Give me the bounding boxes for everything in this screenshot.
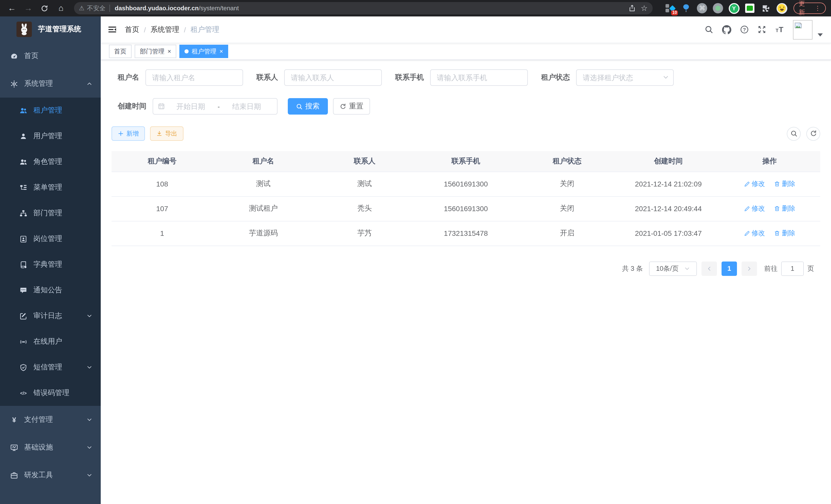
delete-button[interactable]: 删除: [774, 229, 795, 238]
extension-badge: 10: [671, 10, 678, 16]
chevron-right-icon: [746, 265, 752, 271]
browser-toolbar: ← → ⌂ ⚠ 不安全 dashboard.yudao.iocoder.cn/s…: [0, 0, 831, 17]
github-icon[interactable]: [722, 25, 731, 34]
browser-menu-icon[interactable]: ⋮: [814, 5, 821, 12]
badge-icon: [20, 235, 27, 243]
download-icon: [156, 130, 163, 137]
toggle-search-button[interactable]: [787, 127, 801, 141]
sidebar-logo[interactable]: 芋道管理系统: [0, 17, 101, 42]
extension-balloon-icon[interactable]: [681, 3, 692, 14]
share-icon[interactable]: [629, 5, 636, 12]
dashboard-icon: [10, 52, 18, 60]
refresh-table-button[interactable]: [806, 127, 820, 141]
extension-record-icon[interactable]: [712, 3, 724, 14]
tree-icon: [20, 184, 27, 191]
extension-command-icon[interactable]: ⌘: [696, 3, 708, 14]
edit-button[interactable]: 修改: [744, 229, 765, 238]
browser-forward-button[interactable]: →: [22, 2, 35, 15]
search-button[interactable]: 搜索: [288, 98, 328, 115]
sidebar-item-error-code-management[interactable]: 错误码管理: [0, 380, 101, 406]
col-mobile: 联系手机: [415, 151, 516, 172]
top-navbar: 首页 / 系统管理 / 租户管理: [101, 17, 831, 43]
search-icon[interactable]: [705, 25, 713, 34]
end-date-input[interactable]: [221, 102, 273, 111]
sidebar-item-dept-management[interactable]: 部门管理: [0, 200, 101, 226]
sidebar-item-menu-management[interactable]: 菜单管理: [0, 175, 101, 200]
sidebar-item-audit-log[interactable]: 审计日志: [0, 303, 101, 329]
browser-home-button[interactable]: ⌂: [54, 2, 67, 15]
edit-button[interactable]: 修改: [744, 179, 765, 188]
col-created-at: 创建时间: [618, 151, 719, 172]
page-size-select[interactable]: 10条/页: [649, 261, 697, 276]
sidebar-item-system-management[interactable]: 系统管理: [0, 70, 101, 98]
page-1-button[interactable]: 1: [721, 261, 737, 276]
breadcrumb-home[interactable]: 首页: [125, 25, 139, 34]
mobile-input[interactable]: [430, 69, 528, 86]
sidebar-item-infrastructure[interactable]: 基础设施: [0, 434, 101, 462]
security-warning-icon[interactable]: ⚠: [79, 5, 85, 12]
status-select[interactable]: [576, 69, 674, 86]
sidebar-item-pay-management[interactable]: 支付管理: [0, 406, 101, 434]
extension-emoji-icon[interactable]: [776, 3, 787, 14]
sidebar-item-dict-management[interactable]: 字典管理: [0, 252, 101, 277]
sidebar-item-dev-tools[interactable]: 研发工具: [0, 462, 101, 489]
sidebar-item-role-management[interactable]: 角色管理: [0, 149, 101, 175]
close-icon[interactable]: ×: [220, 48, 223, 55]
sidebar-item-user-management[interactable]: 用户管理: [0, 123, 101, 149]
edit-button[interactable]: 修改: [744, 204, 765, 213]
goto-page-input[interactable]: [781, 261, 804, 276]
address-bar[interactable]: ⚠ 不安全 dashboard.yudao.iocoder.cn/system/…: [74, 2, 653, 14]
sidebar-item-online-users[interactable]: 在线用户: [0, 329, 101, 355]
trash-icon: [774, 206, 780, 212]
add-button[interactable]: 新增: [112, 126, 145, 141]
fullscreen-icon[interactable]: [757, 25, 766, 34]
sidebar-item-notice[interactable]: 通知公告: [0, 277, 101, 303]
font-size-icon[interactable]: [775, 25, 784, 34]
sidebar-item-sms-management[interactable]: 短信管理: [0, 355, 101, 380]
table-toolbar: 新增 导出: [112, 126, 820, 141]
delete-button[interactable]: 删除: [774, 204, 795, 213]
date-range-picker[interactable]: -: [153, 98, 278, 115]
trash-icon: [774, 181, 780, 187]
browser-update-button[interactable]: 更新 ⋮: [794, 3, 826, 14]
help-icon[interactable]: [740, 25, 749, 34]
next-page-button[interactable]: [742, 261, 757, 276]
extension-chat-icon[interactable]: [744, 3, 755, 14]
tenant-name-input[interactable]: [145, 69, 243, 86]
shield-icon: [20, 363, 27, 371]
export-button[interactable]: 导出: [150, 126, 183, 141]
filter-form-row-2: 创建时间 - 搜索 重置: [112, 98, 820, 115]
breadcrumb-system-management[interactable]: 系统管理: [150, 25, 179, 34]
url-text[interactable]: dashboard.yudao.iocoder.cn/system/tenant: [115, 5, 239, 12]
contact-input[interactable]: [284, 69, 382, 86]
avatar[interactable]: [793, 20, 812, 39]
sidebar-item-home[interactable]: 首页: [0, 42, 101, 70]
bookmark-star-icon[interactable]: ☆: [641, 4, 648, 13]
tab-dept-management[interactable]: 部门管理 ×: [135, 45, 176, 58]
tab-home[interactable]: 首页: [109, 45, 132, 58]
security-label[interactable]: 不安全: [87, 4, 106, 12]
pagination-total: 共 3 条: [622, 264, 643, 273]
chevron-down-icon: [86, 364, 92, 370]
chevron-left-icon: [706, 265, 712, 271]
sidebar-item-tenant-management[interactable]: 租户管理: [0, 98, 101, 123]
caret-down-icon: [818, 33, 823, 36]
close-icon[interactable]: ×: [168, 48, 171, 55]
browser-back-button[interactable]: ←: [5, 2, 19, 15]
extensions-puzzle-icon[interactable]: [760, 3, 771, 14]
delete-button[interactable]: 删除: [774, 179, 795, 188]
browser-reload-button[interactable]: [38, 2, 51, 15]
chevron-down-icon: [86, 313, 92, 319]
start-date-input[interactable]: [165, 102, 217, 111]
prev-page-button[interactable]: [701, 261, 717, 276]
trash-icon: [774, 230, 780, 236]
extension-tabs-icon[interactable]: 10: [664, 3, 676, 14]
sidebar-toggle-icon[interactable]: [108, 25, 117, 34]
extension-yuque-icon[interactable]: Y: [728, 3, 740, 14]
tab-tenant-management[interactable]: 租户管理 ×: [179, 45, 228, 58]
reset-button[interactable]: 重置: [333, 98, 370, 115]
logo-image: [17, 22, 32, 37]
user-menu[interactable]: [793, 20, 823, 39]
status-badge: 关闭: [516, 172, 618, 196]
sidebar-item-post-management[interactable]: 岗位管理: [0, 226, 101, 252]
